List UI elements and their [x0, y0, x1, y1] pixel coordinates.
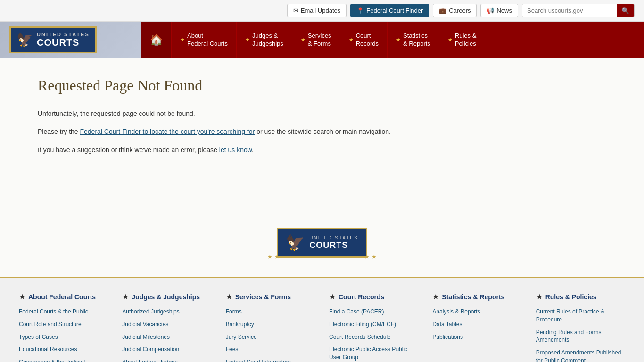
briefcase-icon: 💼	[439, 7, 446, 14]
nav-services[interactable]: ★ Services & Forms	[292, 22, 340, 58]
header: 🦅 UNITED STATES COURTS 🏠 ★ About Federal…	[0, 22, 644, 58]
main-nav: 🏠 ★ About Federal Courts ★ Judges & Judg…	[141, 22, 644, 58]
footer-link[interactable]: Pending Rules and Forms Amendments	[536, 329, 625, 345]
star-icon: ★	[180, 37, 185, 43]
nav-about[interactable]: ★ About Federal Courts	[171, 22, 236, 58]
search-container: 🔍	[522, 4, 635, 17]
footer-link[interactable]: Electronic Filing (CM/ECF)	[329, 321, 418, 329]
footer-link[interactable]: Court Records Schedule	[329, 333, 418, 341]
footer-star-icon: ★	[329, 292, 336, 301]
footer-col-about-title[interactable]: About Federal Courts	[28, 293, 96, 301]
footer-link[interactable]: Educational Resources	[19, 346, 108, 354]
footer-grid: ★ About Federal Courts Federal Courts & …	[19, 292, 625, 362]
footer-link[interactable]: Forms	[226, 308, 315, 316]
footer-star-icon: ★	[226, 292, 232, 301]
star-icon: ★	[448, 37, 453, 43]
court-finder-button[interactable]: 📍 Federal Court Finder	[350, 4, 429, 17]
logo-area: 🦅 UNITED STATES COURTS	[0, 22, 141, 58]
eagle-icon: 🦅	[17, 32, 33, 48]
email-updates-button[interactable]: ✉ Email Updates	[287, 4, 347, 17]
footer-link[interactable]: Types of Cases	[19, 333, 108, 341]
news-button[interactable]: 📢 News	[480, 4, 518, 17]
para2: Please try the Federal Court Finder to l…	[38, 126, 606, 137]
footer-link[interactable]: About Federal Judges	[122, 358, 211, 362]
star-right-icon: ★ ★	[364, 254, 376, 260]
footer-col-statistics-title[interactable]: Statistics & Reports	[442, 293, 504, 301]
footer-link[interactable]: Find a Case (PACER)	[329, 308, 418, 316]
nav-court-records[interactable]: ★ Court Records	[340, 22, 387, 58]
footer-star-icon: ★	[536, 292, 543, 301]
footer-col-statistics: ★ Statistics & Reports Analysis & Report…	[432, 292, 521, 362]
center-logo-area: 🦅 UNITED STATES COURTS ★ ★ ★ ★	[0, 218, 644, 277]
court-finder-link[interactable]: Federal Court Finder to locate the court…	[80, 128, 255, 135]
footer-star-icon: ★	[19, 292, 25, 301]
search-input[interactable]	[522, 4, 617, 17]
footer-link[interactable]: Federal Courts & the Public	[19, 308, 108, 316]
main-content: Requested Page Not Found Unfortunately, …	[0, 58, 644, 218]
star-icon: ★	[396, 37, 401, 43]
para1: Unfortunately, the requested page could …	[38, 108, 606, 119]
footer-link[interactable]: Governance & the Judicial Conference	[19, 358, 108, 362]
footer-col-rules-title[interactable]: Rules & Policies	[545, 293, 597, 301]
email-icon: ✉	[293, 7, 298, 14]
footer-link[interactable]: Bankruptcy	[226, 321, 315, 329]
center-eagle-icon: 🦅	[286, 234, 305, 252]
footer-link[interactable]: Analysis & Reports	[432, 308, 521, 316]
footer-col-rules: ★ Rules & Policies Current Rules of Prac…	[536, 292, 625, 362]
footer-link[interactable]: Judicial Vacancies	[122, 321, 211, 329]
logo[interactable]: 🦅 UNITED STATES COURTS	[9, 26, 97, 53]
center-logo-line2: COURTS	[309, 240, 358, 250]
footer-link[interactable]: Federal Court Interpreters	[226, 358, 315, 362]
search-button[interactable]: 🔍	[617, 4, 634, 17]
para3: If you have a suggestion or think we've …	[38, 145, 606, 155]
footer-col-records-title[interactable]: Court Records	[339, 293, 384, 301]
logo-line2: COURTS	[37, 37, 90, 48]
footer-link[interactable]: Judicial Milestones	[122, 333, 211, 341]
careers-button[interactable]: 💼 Careers	[433, 4, 477, 17]
logo-text: UNITED STATES COURTS	[37, 32, 90, 48]
footer-link[interactable]: Proposed Amendments Published for Public…	[536, 349, 625, 362]
footer-col-records: ★ Court Records Find a Case (PACER) Elec…	[329, 292, 418, 362]
footer-link[interactable]: Authorized Judgeships	[122, 308, 211, 316]
footer-star-icon: ★	[122, 292, 129, 301]
footer-star-icon: ★	[432, 292, 439, 301]
star-icon: ★	[245, 37, 250, 43]
footer: ★ About Federal Courts Federal Courts & …	[0, 277, 644, 362]
logo-line1: UNITED STATES	[37, 32, 90, 37]
center-logo-stars: ★ ★ ★ ★	[267, 254, 376, 260]
page-title: Requested Page Not Found	[38, 77, 606, 94]
footer-link[interactable]: Data Tables	[432, 321, 521, 329]
footer-link[interactable]: Publications	[432, 333, 521, 341]
star-left-icon: ★ ★	[267, 254, 279, 260]
footer-link[interactable]: Jury Service	[226, 333, 315, 341]
top-bar: ✉ Email Updates 📍 Federal Court Finder 💼…	[0, 0, 644, 22]
nav-statistics[interactable]: ★ Statistics & Reports	[387, 22, 439, 58]
footer-col-about: ★ About Federal Courts Federal Courts & …	[19, 292, 108, 362]
footer-col-services-title[interactable]: Services & Forms	[235, 293, 291, 301]
center-logo: 🦅 UNITED STATES COURTS ★ ★ ★ ★	[277, 228, 367, 258]
footer-col-services: ★ Services & Forms Forms Bankruptcy Jury…	[226, 292, 315, 362]
star-icon: ★	[301, 37, 305, 43]
star-icon: ★	[349, 37, 354, 43]
center-logo-line1: UNITED STATES	[309, 235, 358, 240]
nav-home-button[interactable]: 🏠	[141, 22, 171, 58]
footer-col-judges: ★ Judges & Judgeships Authorized Judgesh…	[122, 292, 211, 362]
footer-link[interactable]: Electronic Public Access Public User Gro…	[329, 346, 418, 362]
footer-link[interactable]: Current Rules of Practice & Procedure	[536, 308, 625, 324]
location-icon: 📍	[356, 7, 364, 14]
let-us-know-link[interactable]: let us know	[219, 146, 252, 154]
footer-link[interactable]: Fees	[226, 346, 315, 354]
megaphone-icon: 📢	[487, 7, 494, 14]
nav-judges[interactable]: ★ Judges & Judgeships	[236, 22, 292, 58]
footer-col-judges-title[interactable]: Judges & Judgeships	[132, 293, 200, 301]
nav-rules[interactable]: ★ Rules & Policies	[439, 22, 485, 58]
footer-link[interactable]: Judicial Compensation	[122, 346, 211, 354]
footer-link[interactable]: Court Role and Structure	[19, 321, 108, 329]
